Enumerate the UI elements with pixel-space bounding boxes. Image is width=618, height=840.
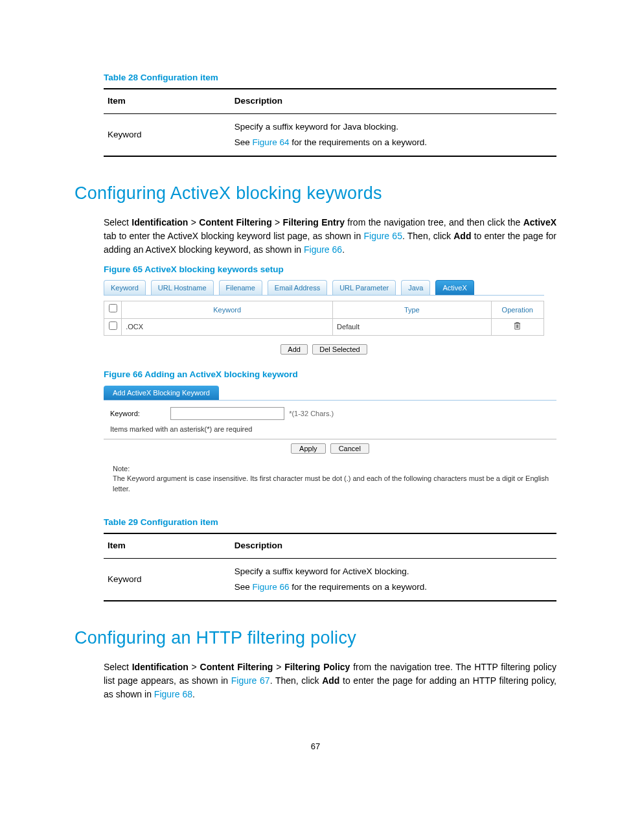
table29-row-desc: Specify a suffix keyword for ActiveX blo… — [231, 558, 556, 601]
link-figure65[interactable]: Figure 65 — [363, 231, 402, 241]
table-row: .OCX Default — [104, 318, 544, 336]
table29-caption: Table 29 Configuration item — [104, 516, 556, 529]
table29-desc-line2: See Figure 66 for the requirements on a … — [235, 581, 553, 594]
table28-row-item: Keyword — [104, 113, 231, 156]
figure65-tabs: Keyword URL Hostname Filename Email Addr… — [104, 280, 544, 296]
link-figure68[interactable]: Figure 68 — [154, 689, 192, 699]
figure66: Add ActiveX Blocking Keyword Keyword: *(… — [104, 386, 556, 495]
cell-keyword: .OCX — [122, 318, 333, 336]
heading-activex: Configuring ActiveX blocking keywords — [74, 180, 556, 207]
table28-desc-line1: Specify a suffix keyword for Java blocki… — [235, 121, 553, 134]
table28-row-desc: Specify a suffix keyword for Java blocki… — [231, 113, 556, 156]
select-all-checkbox[interactable] — [109, 304, 117, 312]
col-select-all[interactable] — [104, 301, 122, 319]
link-figure66[interactable]: Figure 66 — [304, 244, 342, 255]
apply-button[interactable]: Apply — [291, 443, 326, 454]
tab-email-address[interactable]: Email Address — [268, 280, 327, 296]
required-note: Items marked with an asterisk(*) are req… — [104, 423, 556, 439]
note-body: The Keyword argument is case insensitive… — [113, 474, 556, 494]
section1-para: Select Identification > Content Filterin… — [104, 216, 556, 257]
heading-http-filtering: Configuring an HTTP filtering policy — [74, 625, 556, 651]
keyword-hint: *(1-32 Chars.) — [289, 410, 334, 417]
table29-head-item: Item — [104, 533, 231, 558]
cancel-button[interactable]: Cancel — [330, 443, 369, 454]
table28-head-desc: Description — [231, 89, 556, 113]
table28-head-item: Item — [104, 89, 231, 113]
tab-java[interactable]: Java — [401, 280, 430, 296]
tab-url-parameter[interactable]: URL Parameter — [332, 280, 396, 296]
cell-type: Default — [333, 318, 491, 336]
figure66-bar: Add ActiveX Blocking Keyword — [104, 386, 219, 401]
table28: Item Description Keyword Specify a suffi… — [104, 88, 556, 157]
figure65: Keyword URL Hostname Filename Email Addr… — [104, 280, 544, 356]
figure66-caption: Figure 66 Adding an ActiveX blocking key… — [104, 368, 556, 381]
col-keyword: Keyword — [122, 301, 333, 319]
keyword-label: Keyword: — [110, 408, 168, 419]
tab-url-hostname[interactable]: URL Hostname — [151, 280, 214, 296]
table29: Item Description Keyword Specify a suffi… — [104, 533, 556, 601]
row-checkbox[interactable] — [109, 321, 117, 330]
table29-desc-line1: Specify a suffix keyword for ActiveX blo… — [235, 565, 553, 578]
del-selected-button[interactable]: Del Selected — [312, 344, 367, 355]
note-label: Note: — [113, 464, 556, 474]
link-figure66-b[interactable]: Figure 66 — [253, 582, 290, 592]
figure65-table: Keyword Type Operation .OCX Default — [104, 301, 544, 336]
link-figure64[interactable]: Figure 64 — [253, 137, 290, 147]
table28-caption: Table 28 Configuration item — [104, 71, 556, 84]
table29-row-item: Keyword — [104, 558, 231, 601]
table29-head-desc: Description — [231, 533, 556, 558]
link-figure67[interactable]: Figure 67 — [231, 675, 270, 686]
table28-desc-line2: See Figure 64 for the requirements on a … — [235, 136, 553, 149]
keyword-input[interactable] — [170, 407, 284, 420]
figure66-note: Note: The Keyword argument is case insen… — [113, 464, 556, 494]
tab-filename[interactable]: Filename — [219, 280, 262, 296]
figure65-caption: Figure 65 ActiveX blocking keywords setu… — [104, 263, 556, 276]
tab-activex[interactable]: ActiveX — [435, 280, 474, 296]
col-operation: Operation — [491, 301, 544, 319]
tab-keyword[interactable]: Keyword — [104, 280, 146, 296]
section2-para: Select Identification > Content Filterin… — [104, 660, 556, 701]
trash-icon[interactable] — [514, 323, 521, 331]
col-type: Type — [333, 301, 491, 319]
page-number: 67 — [74, 740, 556, 753]
add-button[interactable]: Add — [280, 344, 308, 355]
